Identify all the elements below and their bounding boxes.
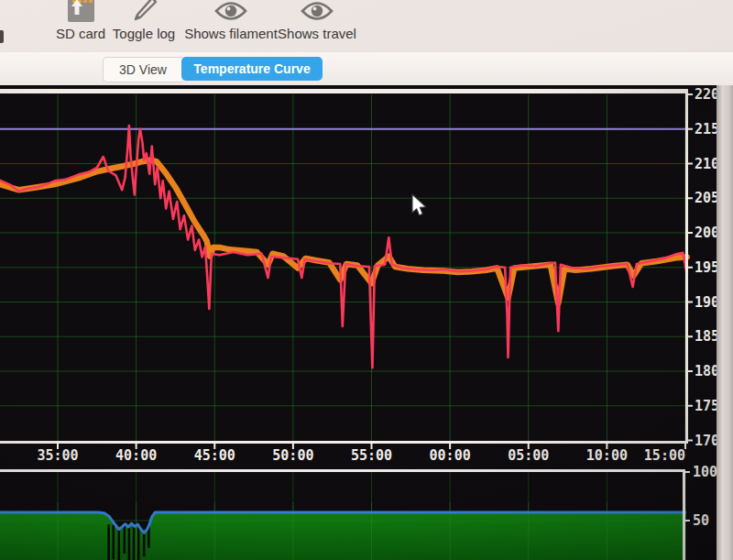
x-tick-label: 40:00 — [115, 447, 157, 464]
tab-3d-view[interactable]: 3D View — [103, 57, 182, 82]
toolbar: SD card Toggle log Shows filament — [0, 0, 733, 52]
temperature-avg-line — [0, 160, 687, 303]
output-chart-top-border — [0, 469, 685, 472]
temperature-chart-panel: 35:0040:0045:0050:0055:0000:0005:0010:00… — [0, 85, 717, 560]
output-area-fill — [0, 512, 686, 560]
y-tick-label: 185 — [695, 328, 717, 345]
toolbar-button-shows-travel[interactable]: Shows travel — [267, 0, 367, 41]
pencil-icon — [93, 0, 194, 23]
toolbar-button-toggle-log[interactable]: Toggle log — [93, 0, 194, 41]
app-window: SD card Toggle log Shows filament — [0, 0, 733, 560]
y-tick-label: 190 — [695, 294, 717, 311]
y-tick-label: 200 — [695, 225, 717, 241]
cropped-icon-fragment — [0, 30, 4, 43]
toolbar-label-toggle-log: Toggle log — [93, 26, 194, 41]
y-tick-label: 50 — [693, 512, 709, 529]
y-tick-label: 205 — [695, 190, 717, 206]
x-tick-label: 55:00 — [351, 447, 392, 464]
x-tick-label: 15:00 — [644, 447, 685, 464]
x-tick-label: 50:00 — [272, 447, 313, 464]
y-tick-label: 175 — [695, 398, 717, 414]
chart-top-border — [0, 89, 688, 93]
chart-right-border — [685, 89, 688, 444]
eye-icon — [267, 0, 367, 23]
toolbar-label-shows-travel: Shows travel — [267, 26, 367, 41]
x-tick-label: 05:00 — [508, 447, 549, 464]
temperature-actual-line — [0, 126, 686, 368]
y-tick-label: 215 — [695, 121, 717, 137]
x-tick-label: 45:00 — [194, 447, 235, 464]
x-axis-line — [0, 441, 688, 444]
output-chart-right-border — [683, 469, 685, 560]
y-tick-label: 100 — [693, 464, 717, 480]
screen-bezel-strip — [717, 85, 733, 560]
y-tick-label: 220 — [695, 86, 717, 103]
chart-svg: 35:0040:0045:0050:0055:0000:0005:0010:00… — [0, 85, 717, 560]
y-tick-label: 195 — [695, 259, 717, 276]
y-tick-label: 170 — [695, 433, 717, 449]
tab-temperature-curve[interactable]: Temperature Curve — [181, 57, 323, 81]
y-tick-label: 210 — [695, 156, 717, 172]
x-tick-label: 00:00 — [430, 447, 471, 464]
x-tick-label: 10:00 — [586, 447, 628, 464]
tab-bar: 3D View Temperature Curve — [0, 52, 733, 87]
y-tick-label: 180 — [695, 363, 717, 379]
x-tick-label: 35:00 — [37, 447, 78, 464]
